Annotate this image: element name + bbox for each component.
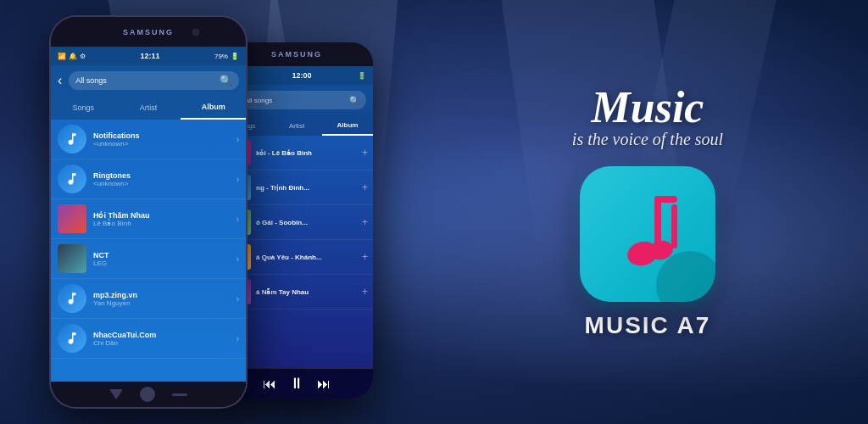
tagline: Music is the voice of the soul <box>572 86 723 149</box>
secondary-brand: SAMSUNG <box>271 50 322 59</box>
song-info: ng - Trịnh Đình... <box>256 184 357 192</box>
header-title: All songs <box>75 76 107 85</box>
add-icon[interactable]: + <box>362 251 368 263</box>
phones-container: SAMSUNG 📶 🔔 ⚙ 12:11 79% 🔋 ‹ <box>0 0 424 424</box>
song-list: Notifications <unknown> › Ringtones <unk… <box>51 120 246 359</box>
song-info: á Nắm Tay Nhau <box>256 288 357 296</box>
app-name: MUSIC A7 <box>585 312 711 339</box>
list-item[interactable]: mp3.zing.vn Yan Nguyen › <box>51 279 246 319</box>
phone-notch: SAMSUNG <box>51 17 246 47</box>
phone-main: SAMSUNG 📶 🔔 ⚙ 12:11 79% 🔋 ‹ <box>51 17 246 407</box>
secondary-tab-album[interactable]: Album <box>322 115 373 136</box>
music-note-icon <box>605 187 690 281</box>
search-bar[interactable]: All songs 🔍 <box>69 71 239 90</box>
song-info: Hỏi Thăm Nhau Lê Bảo Bình <box>93 211 230 227</box>
chevron-right-icon: › <box>236 175 239 184</box>
status-time: 12:11 <box>140 52 159 60</box>
brand-text: SAMSUNG <box>123 28 174 36</box>
app-icon[interactable] <box>580 166 715 302</box>
song-artist: LEG <box>93 259 230 267</box>
song-info: NhacCuaTui.Com Chi Dân <box>93 331 230 347</box>
tab-artist[interactable]: Artist <box>116 96 181 120</box>
list-item[interactable]: NCT LEG › <box>51 239 246 279</box>
song-info: Ringtones <unknown> <box>93 171 230 187</box>
chevron-right-icon: › <box>236 254 239 264</box>
song-artist: Yan Nguyen <box>93 299 230 307</box>
song-thumbnail <box>58 204 86 233</box>
song-title: Notifications <box>93 131 230 140</box>
song-info: kỏi - Lê Bảo Bình <box>256 149 357 157</box>
list-item[interactable]: NhacCuaTui.Com Chi Dân › <box>51 319 246 359</box>
song-title: Hỏi Thăm Nhau <box>93 211 230 220</box>
tab-album[interactable]: Album <box>181 96 246 120</box>
tab-songs[interactable]: Songs <box>51 96 116 120</box>
list-item[interactable]: Hỏi Thăm Nhau Lê Bảo Bình › <box>51 199 246 239</box>
song-info: ô Gái - Soobin... <box>256 219 357 226</box>
status-bar: 📶 🔔 ⚙ 12:11 79% 🔋 <box>51 47 246 65</box>
song-thumbnail <box>58 284 86 313</box>
status-left-icons: 📶 🔔 ⚙ <box>58 53 86 60</box>
chevron-right-icon: › <box>236 294 239 304</box>
chevron-right-icon: › <box>236 135 239 144</box>
recents-nav-btn[interactable] <box>172 393 187 396</box>
song-info: mp3.zing.vn Yan Nguyen <box>93 291 230 307</box>
song-thumbnail <box>58 165 86 193</box>
song-info: á Quà Yêu - Khánh... <box>256 254 357 261</box>
list-item[interactable]: Notifications <unknown> › <box>51 120 246 159</box>
search-icon[interactable]: 🔍 <box>220 75 232 86</box>
song-thumbnail <box>58 244 86 273</box>
chevron-right-icon: › <box>236 334 239 343</box>
front-camera <box>192 29 199 36</box>
song-info: Notifications <unknown> <box>93 131 230 148</box>
chevron-right-icon: › <box>236 215 239 224</box>
song-title: NhacCuaTui.Com <box>93 331 230 339</box>
song-artist: Lê Bảo Bình <box>93 220 230 227</box>
song-artist: <unknown> <box>93 140 230 148</box>
song-title: Ringtones <box>93 171 230 180</box>
song-title: mp3.zing.vn <box>93 291 230 299</box>
home-nav-btn[interactable] <box>140 387 155 402</box>
secondary-tab-artist[interactable]: Artist <box>271 115 322 136</box>
secondary-title: All songs <box>245 97 272 104</box>
app-icon-container: MUSIC A7 <box>580 166 715 339</box>
song-thumbnail <box>58 125 86 153</box>
add-icon[interactable]: + <box>362 216 368 228</box>
secondary-time: 12:00 <box>292 71 312 80</box>
app-header: ‹ All songs 🔍 <box>51 65 246 96</box>
song-artist: <unknown> <box>93 180 230 187</box>
phone-screen: 📶 🔔 ⚙ 12:11 79% 🔋 ‹ All songs 🔍 <box>51 47 246 382</box>
list-item[interactable]: Ringtones <unknown> › <box>51 159 246 199</box>
status-right-icons: 79% 🔋 <box>214 53 239 60</box>
tagline-sub: is the voice of the soul <box>572 130 723 149</box>
add-icon[interactable]: + <box>362 147 368 159</box>
song-thumbnail <box>58 324 86 353</box>
back-button[interactable]: ‹ <box>58 73 62 88</box>
song-info: NCT LEG <box>93 251 230 267</box>
secondary-search[interactable]: All songs 🔍 <box>238 91 366 109</box>
add-icon[interactable]: + <box>362 181 368 193</box>
song-title: NCT <box>93 251 230 259</box>
svg-rect-4 <box>654 196 677 203</box>
tagline-main: Music <box>572 86 723 130</box>
right-content: Music is the voice of the soul MUSI <box>444 0 851 424</box>
svg-rect-2 <box>671 204 677 248</box>
tab-bar: Songs Artist Album <box>51 96 246 120</box>
back-nav-btn[interactable] <box>109 389 123 399</box>
phone-nav-bar <box>51 382 246 407</box>
add-icon[interactable]: + <box>362 286 368 298</box>
song-artist: Chi Dân <box>93 339 230 347</box>
